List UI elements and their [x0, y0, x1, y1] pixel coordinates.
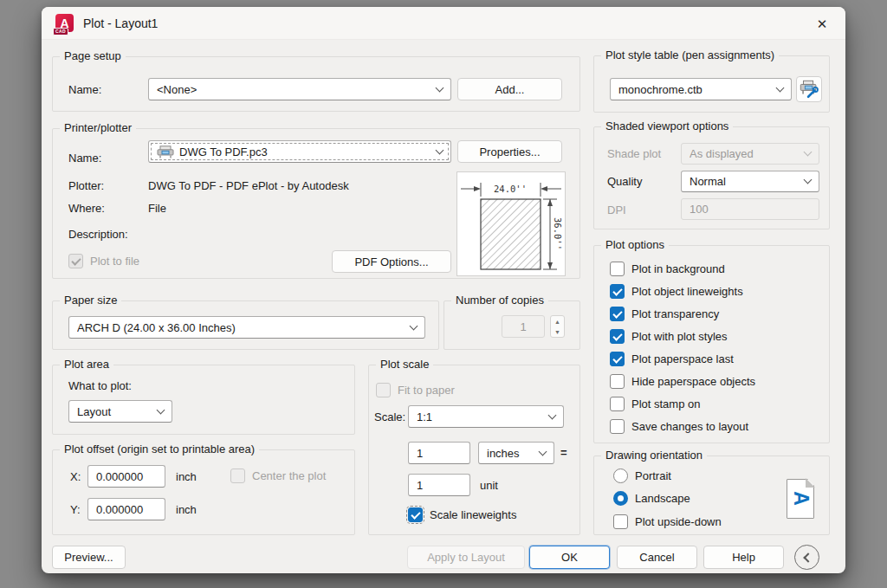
drawing-units-label: unit — [480, 479, 498, 492]
page-setup-name-select[interactable]: <None> — [148, 78, 451, 100]
offset-y-unit: inch — [176, 503, 197, 516]
ok-button[interactable]: OK — [529, 546, 610, 569]
shade-plot-select[interactable]: As displayed — [681, 143, 819, 165]
plot-option-label: Plot object lineweights — [631, 285, 743, 298]
close-icon[interactable]: ✕ — [813, 15, 832, 34]
plot-upside-down-label: Plot upside-down — [635, 515, 722, 528]
drawing-units-input[interactable]: 1 — [408, 474, 470, 496]
drawing-orientation-group: Drawing orientation Portrait Landscape P… — [593, 456, 830, 535]
plot-option-row[interactable]: Plot in background — [610, 262, 755, 276]
printer-name-select[interactable]: DWG To PDF.pc3 — [148, 140, 451, 163]
add-button[interactable]: Add... — [457, 78, 562, 100]
paper-units-select[interactable]: inches — [478, 442, 554, 464]
fit-to-paper-checkbox[interactable] — [376, 383, 391, 397]
autocad-cad-badge: CAD — [53, 28, 68, 36]
offset-x-label: X: — [70, 470, 81, 483]
plot-option-row[interactable]: Plot with plot styles — [610, 329, 755, 344]
shaded-viewport-legend: Shaded viewport options — [601, 120, 733, 132]
scale-lineweights-row: Scale lineweights — [408, 507, 516, 522]
portrait-radio[interactable] — [613, 468, 628, 483]
plot-option-checkbox[interactable] — [610, 284, 625, 299]
plot-option-row[interactable]: Plot object lineweights — [610, 284, 755, 299]
fit-to-paper-row: Fit to paper — [376, 383, 455, 397]
plot-style-editor-icon — [799, 79, 819, 100]
plot-area-legend: Plot area — [60, 358, 113, 371]
preview-button[interactable]: Preview... — [52, 546, 126, 569]
plot-option-checkbox[interactable] — [610, 352, 625, 366]
plot-style-legend: Plot style table (pen assignments) — [601, 48, 779, 61]
plot-option-label: Save changes to layout — [631, 420, 748, 433]
plot-to-file-label: Plot to file — [90, 255, 139, 268]
plot-upside-down-row: Plot upside-down — [613, 514, 722, 529]
plot-options-list: Plot in background Plot object lineweigh… — [610, 262, 755, 434]
paper-size-select[interactable]: ARCH D (24.00 x 36.00 Inches) — [68, 316, 425, 339]
plot-option-checkbox[interactable] — [610, 374, 625, 389]
svg-text:24.0'': 24.0'' — [494, 184, 527, 194]
chevron-down-icon — [436, 145, 444, 154]
scale-select[interactable]: 1:1 — [408, 405, 564, 428]
apply-to-layout-button[interactable]: Apply to Layout — [407, 546, 525, 569]
plot-option-checkbox[interactable] — [610, 397, 625, 411]
page-setup-name-label: Name: — [68, 83, 101, 96]
shaded-viewport-group: Shaded viewport options Shade plot As di… — [593, 126, 830, 229]
plot-scale-legend: Plot scale — [376, 358, 433, 371]
shade-plot-value: As displayed — [690, 147, 800, 160]
plot-option-row[interactable]: Plot stamp on — [610, 397, 755, 411]
quality-value: Normal — [690, 175, 800, 188]
chevron-down-icon — [436, 83, 444, 92]
dpi-input[interactable]: 100 — [681, 198, 819, 220]
landscape-row: Landscape — [613, 491, 690, 506]
plot-upside-down-checkbox[interactable] — [613, 514, 628, 529]
pdf-options-button[interactable]: PDF Options... — [332, 250, 451, 273]
center-the-plot-checkbox[interactable] — [230, 468, 245, 483]
plot-to-file-checkbox[interactable] — [68, 254, 83, 268]
scale-lineweights-checkbox[interactable] — [408, 507, 423, 522]
spin-down-button[interactable]: ▼ — [551, 326, 564, 337]
plot-option-checkbox[interactable] — [610, 419, 625, 434]
quality-label: Quality — [607, 175, 642, 188]
chevron-down-icon — [804, 176, 813, 184]
help-button[interactable]: Help — [703, 546, 784, 569]
offset-y-label: Y: — [70, 503, 81, 516]
dpi-label: DPI — [607, 204, 626, 216]
printer-name-value: DWG To PDF.pc3 — [179, 145, 431, 158]
chevron-down-icon — [157, 405, 165, 414]
plot-option-row[interactable]: Plot paperspace last — [610, 352, 755, 366]
paper-units-input[interactable]: 1 — [408, 442, 470, 464]
offset-y-input[interactable]: 0.000000 — [87, 498, 165, 520]
scale-lineweights-label: Scale lineweights — [430, 508, 516, 521]
plot-offset-legend: Plot offset (origin set to printable are… — [60, 443, 259, 456]
what-to-plot-select[interactable]: Layout — [68, 400, 172, 423]
plot-option-label: Hide paperspace objects — [631, 375, 755, 388]
cancel-button[interactable]: Cancel — [617, 546, 697, 569]
offset-x-unit: inch — [176, 470, 197, 483]
landscape-radio[interactable] — [613, 491, 628, 506]
autocad-logo-icon: A CAD — [55, 14, 74, 32]
plot-option-row[interactable]: Hide paperspace objects — [610, 374, 755, 389]
drawing-orientation-legend: Drawing orientation — [601, 449, 707, 462]
plot-style-group: Plot style table (pen assignments) monoc… — [593, 55, 830, 113]
printer-plotter-group: Printer/plotter Name: DWG To PDF.pc3 Pro… — [52, 128, 580, 279]
edit-plot-style-button[interactable] — [796, 76, 822, 102]
spin-up-button[interactable]: ▲ — [551, 316, 564, 326]
plot-option-label: Plot transparency — [631, 307, 719, 320]
copies-legend: Number of copies — [451, 294, 548, 307]
plot-option-row[interactable]: Plot transparency — [610, 307, 755, 321]
plotter-printer-icon — [157, 145, 174, 158]
properties-button[interactable]: Properties... — [457, 140, 562, 163]
quality-select[interactable]: Normal — [681, 171, 819, 192]
copies-input[interactable]: 1 — [502, 315, 545, 338]
plot-style-select[interactable]: monochrome.ctb — [610, 78, 792, 100]
chevron-down-icon — [804, 148, 813, 157]
plot-option-label: Plot with plot styles — [631, 330, 728, 343]
plot-option-checkbox[interactable] — [610, 329, 625, 344]
titlebar: A CAD Plot - Layout1 ✕ — [42, 7, 845, 40]
plot-option-row[interactable]: Save changes to layout — [610, 419, 755, 434]
landscape-orientation-icon: A — [787, 479, 814, 519]
equals-sign: = — [560, 446, 567, 459]
offset-x-input[interactable]: 0.000000 — [87, 465, 165, 488]
plot-option-checkbox[interactable] — [610, 307, 625, 321]
plotter-label: Plotter: — [68, 179, 104, 192]
plot-option-checkbox[interactable] — [610, 262, 625, 276]
less-options-button[interactable] — [794, 545, 819, 570]
